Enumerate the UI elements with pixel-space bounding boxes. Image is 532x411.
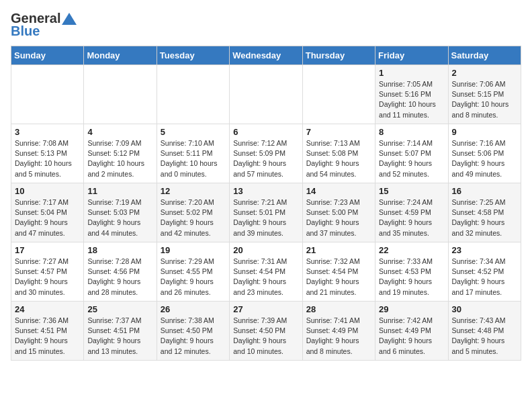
day-number: 16 bbox=[452, 186, 517, 196]
svg-marker-0 bbox=[62, 13, 77, 25]
day-info: Sunrise: 7:37 AM Sunset: 4:51 PM Dayligh… bbox=[87, 316, 152, 357]
day-info: Sunrise: 7:08 AM Sunset: 5:13 PM Dayligh… bbox=[15, 138, 80, 179]
day-number: 19 bbox=[161, 245, 226, 255]
week-row-1: 1Sunrise: 7:05 AM Sunset: 5:16 PM Daylig… bbox=[11, 65, 521, 124]
day-cell bbox=[157, 65, 229, 124]
weekday-header-saturday: Saturday bbox=[448, 46, 521, 65]
day-cell: 1Sunrise: 7:05 AM Sunset: 5:16 PM Daylig… bbox=[375, 65, 448, 124]
day-number: 27 bbox=[233, 304, 298, 314]
day-cell: 17Sunrise: 7:27 AM Sunset: 4:57 PM Dayli… bbox=[11, 242, 84, 302]
day-info: Sunrise: 7:12 AM Sunset: 5:09 PM Dayligh… bbox=[233, 138, 298, 179]
day-cell bbox=[302, 65, 375, 124]
day-cell: 2Sunrise: 7:06 AM Sunset: 5:15 PM Daylig… bbox=[448, 65, 521, 124]
day-number: 20 bbox=[233, 245, 298, 255]
weekday-header-wednesday: Wednesday bbox=[230, 46, 302, 65]
day-number: 30 bbox=[452, 304, 517, 314]
day-cell: 27Sunrise: 7:39 AM Sunset: 4:50 PM Dayli… bbox=[230, 302, 302, 361]
day-info: Sunrise: 7:27 AM Sunset: 4:57 PM Dayligh… bbox=[15, 257, 80, 298]
day-info: Sunrise: 7:24 AM Sunset: 4:59 PM Dayligh… bbox=[379, 197, 444, 238]
day-number: 28 bbox=[306, 304, 371, 314]
week-row-4: 17Sunrise: 7:27 AM Sunset: 4:57 PM Dayli… bbox=[11, 242, 521, 302]
day-cell: 22Sunrise: 7:33 AM Sunset: 4:53 PM Dayli… bbox=[375, 242, 448, 302]
weekday-header-monday: Monday bbox=[84, 46, 157, 65]
day-info: Sunrise: 7:21 AM Sunset: 5:01 PM Dayligh… bbox=[233, 197, 298, 238]
logo-blue: Blue bbox=[11, 24, 40, 39]
weekday-header-sunday: Sunday bbox=[11, 46, 84, 65]
day-number: 8 bbox=[379, 127, 444, 137]
day-cell: 7Sunrise: 7:13 AM Sunset: 5:08 PM Daylig… bbox=[302, 124, 375, 183]
day-info: Sunrise: 7:09 AM Sunset: 5:12 PM Dayligh… bbox=[87, 138, 152, 179]
day-cell: 26Sunrise: 7:38 AM Sunset: 4:50 PM Dayli… bbox=[157, 302, 229, 361]
calendar-table: SundayMondayTuesdayWednesdayThursdayFrid… bbox=[11, 46, 521, 361]
day-info: Sunrise: 7:06 AM Sunset: 5:15 PM Dayligh… bbox=[452, 79, 517, 120]
day-cell: 6Sunrise: 7:12 AM Sunset: 5:09 PM Daylig… bbox=[230, 124, 302, 183]
day-cell: 10Sunrise: 7:17 AM Sunset: 5:04 PM Dayli… bbox=[11, 183, 84, 242]
day-cell bbox=[11, 65, 84, 124]
day-cell: 11Sunrise: 7:19 AM Sunset: 5:03 PM Dayli… bbox=[84, 183, 157, 242]
day-cell: 8Sunrise: 7:14 AM Sunset: 5:07 PM Daylig… bbox=[375, 124, 448, 183]
day-cell: 25Sunrise: 7:37 AM Sunset: 4:51 PM Dayli… bbox=[84, 302, 157, 361]
day-number: 12 bbox=[161, 186, 226, 196]
day-info: Sunrise: 7:05 AM Sunset: 5:16 PM Dayligh… bbox=[379, 79, 444, 120]
day-info: Sunrise: 7:13 AM Sunset: 5:08 PM Dayligh… bbox=[306, 138, 371, 179]
day-info: Sunrise: 7:32 AM Sunset: 4:54 PM Dayligh… bbox=[306, 257, 371, 298]
day-info: Sunrise: 7:34 AM Sunset: 4:52 PM Dayligh… bbox=[452, 257, 517, 298]
day-info: Sunrise: 7:41 AM Sunset: 4:49 PM Dayligh… bbox=[306, 316, 371, 357]
day-info: Sunrise: 7:28 AM Sunset: 4:56 PM Dayligh… bbox=[87, 257, 152, 298]
day-cell: 9Sunrise: 7:16 AM Sunset: 5:06 PM Daylig… bbox=[448, 124, 521, 183]
weekday-header-friday: Friday bbox=[375, 46, 448, 65]
day-number: 26 bbox=[161, 304, 226, 314]
day-info: Sunrise: 7:33 AM Sunset: 4:53 PM Dayligh… bbox=[379, 257, 444, 298]
day-info: Sunrise: 7:17 AM Sunset: 5:04 PM Dayligh… bbox=[15, 197, 80, 238]
day-info: Sunrise: 7:16 AM Sunset: 5:06 PM Dayligh… bbox=[452, 138, 517, 179]
day-info: Sunrise: 7:31 AM Sunset: 4:54 PM Dayligh… bbox=[233, 257, 298, 298]
day-number: 13 bbox=[233, 186, 298, 196]
day-number: 1 bbox=[379, 68, 444, 78]
day-number: 14 bbox=[306, 186, 371, 196]
day-number: 18 bbox=[87, 245, 152, 255]
day-number: 15 bbox=[379, 186, 444, 196]
day-cell bbox=[230, 65, 302, 124]
day-cell: 16Sunrise: 7:25 AM Sunset: 4:58 PM Dayli… bbox=[448, 183, 521, 242]
day-number: 24 bbox=[15, 304, 80, 314]
day-info: Sunrise: 7:38 AM Sunset: 4:50 PM Dayligh… bbox=[161, 316, 226, 357]
day-info: Sunrise: 7:20 AM Sunset: 5:02 PM Dayligh… bbox=[161, 197, 226, 238]
weekday-header-thursday: Thursday bbox=[302, 46, 375, 65]
day-info: Sunrise: 7:42 AM Sunset: 4:49 PM Dayligh… bbox=[379, 316, 444, 357]
day-cell: 3Sunrise: 7:08 AM Sunset: 5:13 PM Daylig… bbox=[11, 124, 84, 183]
day-cell: 30Sunrise: 7:43 AM Sunset: 4:48 PM Dayli… bbox=[448, 302, 521, 361]
day-info: Sunrise: 7:25 AM Sunset: 4:58 PM Dayligh… bbox=[452, 197, 517, 238]
day-number: 29 bbox=[379, 304, 444, 314]
day-number: 9 bbox=[452, 127, 517, 137]
day-cell: 18Sunrise: 7:28 AM Sunset: 4:56 PM Dayli… bbox=[84, 242, 157, 302]
day-cell: 13Sunrise: 7:21 AM Sunset: 5:01 PM Dayli… bbox=[230, 183, 302, 242]
week-row-3: 10Sunrise: 7:17 AM Sunset: 5:04 PM Dayli… bbox=[11, 183, 521, 242]
week-row-5: 24Sunrise: 7:36 AM Sunset: 4:51 PM Dayli… bbox=[11, 302, 521, 361]
day-number: 7 bbox=[306, 127, 371, 137]
day-number: 3 bbox=[15, 127, 80, 137]
day-info: Sunrise: 7:14 AM Sunset: 5:07 PM Dayligh… bbox=[379, 138, 444, 179]
day-cell: 24Sunrise: 7:36 AM Sunset: 4:51 PM Dayli… bbox=[11, 302, 84, 361]
day-number: 4 bbox=[87, 127, 152, 137]
day-number: 23 bbox=[452, 245, 517, 255]
weekday-header-tuesday: Tuesday bbox=[157, 46, 229, 65]
day-number: 17 bbox=[15, 245, 80, 255]
day-info: Sunrise: 7:36 AM Sunset: 4:51 PM Dayligh… bbox=[15, 316, 80, 357]
logo-icon bbox=[62, 13, 77, 25]
day-info: Sunrise: 7:10 AM Sunset: 5:11 PM Dayligh… bbox=[161, 138, 226, 179]
day-info: Sunrise: 7:29 AM Sunset: 4:55 PM Dayligh… bbox=[161, 257, 226, 298]
logo: General Blue bbox=[11, 11, 77, 39]
day-cell bbox=[84, 65, 157, 124]
day-number: 5 bbox=[161, 127, 226, 137]
day-cell: 21Sunrise: 7:32 AM Sunset: 4:54 PM Dayli… bbox=[302, 242, 375, 302]
day-number: 6 bbox=[233, 127, 298, 137]
day-number: 21 bbox=[306, 245, 371, 255]
day-cell: 28Sunrise: 7:41 AM Sunset: 4:49 PM Dayli… bbox=[302, 302, 375, 361]
day-info: Sunrise: 7:43 AM Sunset: 4:48 PM Dayligh… bbox=[452, 316, 517, 357]
header: General Blue bbox=[11, 11, 521, 39]
day-cell: 29Sunrise: 7:42 AM Sunset: 4:49 PM Dayli… bbox=[375, 302, 448, 361]
day-cell: 15Sunrise: 7:24 AM Sunset: 4:59 PM Dayli… bbox=[375, 183, 448, 242]
day-cell: 12Sunrise: 7:20 AM Sunset: 5:02 PM Dayli… bbox=[157, 183, 229, 242]
day-cell: 14Sunrise: 7:23 AM Sunset: 5:00 PM Dayli… bbox=[302, 183, 375, 242]
day-number: 25 bbox=[87, 304, 152, 314]
